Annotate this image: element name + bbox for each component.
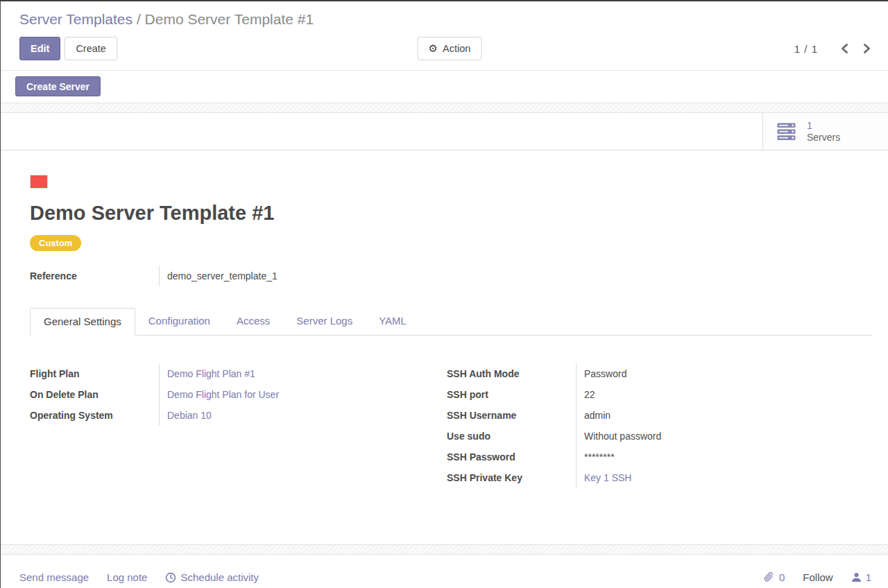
tab-general-settings[interactable]: General Settings [30,308,135,336]
field-label-ssh-port: SSH port [447,384,576,405]
field-label-flight-plan: Flight Plan [30,363,159,384]
field-group-right: SSH Auth Mode Password SSH port 22 SSH U… [447,363,873,488]
field-label-on-delete-plan: On Delete Plan [30,384,159,405]
field-value-ssh-username: admin [576,405,873,426]
servers-count: 1 [807,120,840,132]
chevron-left-icon[interactable] [840,43,848,54]
servers-icon [777,123,798,141]
send-message-button[interactable]: Send message [19,571,89,583]
field-row: SSH Password ******** [447,447,873,467]
field-row: SSH Private Key Key 1 SSH [447,467,873,488]
field-label-operating-system: Operating System [30,405,159,426]
chatter-bar: Send message Log note Schedule activity … [1,555,888,588]
field-row: Operating System Debian 10 [30,405,447,426]
action-button-label: Action [443,43,470,54]
page-title: Demo Server Template #1 [30,202,873,225]
custom-badge: Custom [30,235,81,251]
person-icon [851,572,862,582]
pager-text: 1 / 1 [794,43,818,55]
tab-access[interactable]: Access [223,308,283,335]
field-value-operating-system[interactable]: Debian 10 [159,405,447,426]
field-value-ssh-port: 22 [576,384,873,405]
attachments-button[interactable]: 0 [763,571,785,583]
control-panel: Server Templates / Demo Server Template … [1,1,888,71]
servers-label: Servers [807,132,840,144]
tab-configuration[interactable]: Configuration [135,308,223,335]
breadcrumb-current: Demo Server Template #1 [145,11,314,27]
action-button[interactable]: ⚙ Action [418,37,482,60]
toolbar: Edit Create ⚙ Action 1 / 1 [19,37,871,60]
follow-button[interactable]: Follow [803,571,832,583]
field-row: SSH port 22 [447,384,873,405]
field-value-ssh-password: ******** [576,447,873,467]
chevron-right-icon[interactable] [863,43,871,54]
reference-label: Reference [30,266,159,286]
schedule-activity-button[interactable]: Schedule activity [165,571,259,583]
edit-button[interactable]: Edit [19,37,60,60]
breadcrumb: Server Templates / Demo Server Template … [19,9,871,30]
attachment-count: 0 [779,571,785,583]
separator-band-top [1,103,888,113]
field-value-flight-plan[interactable]: Demo Flight Plan #1 [159,363,447,384]
reference-row: Reference demo_server_template_1 [30,266,873,286]
tab-yaml[interactable]: YAML [366,308,420,335]
reference-value: demo_server_template_1 [159,266,278,286]
form-sheet: Demo Server Template #1 Custom Reference… [1,150,888,544]
followers-button[interactable]: 1 [851,571,871,583]
field-row: Use sudo Without password [447,426,873,447]
field-value-ssh-private-key[interactable]: Key 1 SSH [576,467,873,488]
create-server-button[interactable]: Create Server [15,76,101,96]
stat-button-row: 1 Servers [1,113,888,150]
record-image [30,175,48,189]
servers-stat-button[interactable]: 1 Servers [762,113,888,150]
field-groups: Flight Plan Demo Flight Plan #1 On Delet… [30,363,873,488]
notebook-tabs: General Settings Configuration Access Se… [30,308,873,336]
field-label-ssh-private-key: SSH Private Key [447,467,576,488]
gear-icon: ⚙ [429,42,438,55]
follower-count: 1 [866,571,871,583]
field-label-ssh-auth-mode: SSH Auth Mode [447,363,576,384]
record-action-bar: Create Server [1,71,888,103]
schedule-activity-label: Schedule activity [180,571,259,583]
clock-icon [165,572,176,583]
field-label-ssh-username: SSH Username [447,405,576,426]
field-label-use-sudo: Use sudo [447,426,576,447]
field-row: SSH Auth Mode Password [447,363,873,384]
paperclip-icon [763,571,775,583]
tab-server-logs[interactable]: Server Logs [283,308,366,335]
field-row: SSH Username admin [447,405,873,426]
field-group-left: Flight Plan Demo Flight Plan #1 On Delet… [30,363,447,488]
breadcrumb-separator: / [137,11,141,27]
field-row: On Delete Plan Demo Flight Plan for User [30,384,447,405]
field-value-use-sudo: Without password [576,426,873,447]
field-value-ssh-auth-mode: Password [576,363,873,384]
create-button[interactable]: Create [65,37,117,60]
pager: 1 / 1 [794,43,871,55]
field-label-ssh-password: SSH Password [447,447,576,467]
field-value-on-delete-plan[interactable]: Demo Flight Plan for User [159,384,447,405]
log-note-button[interactable]: Log note [107,571,147,583]
field-row: Flight Plan Demo Flight Plan #1 [30,363,447,384]
separator-band-bottom [1,544,888,555]
breadcrumb-parent-link[interactable]: Server Templates [19,11,133,27]
